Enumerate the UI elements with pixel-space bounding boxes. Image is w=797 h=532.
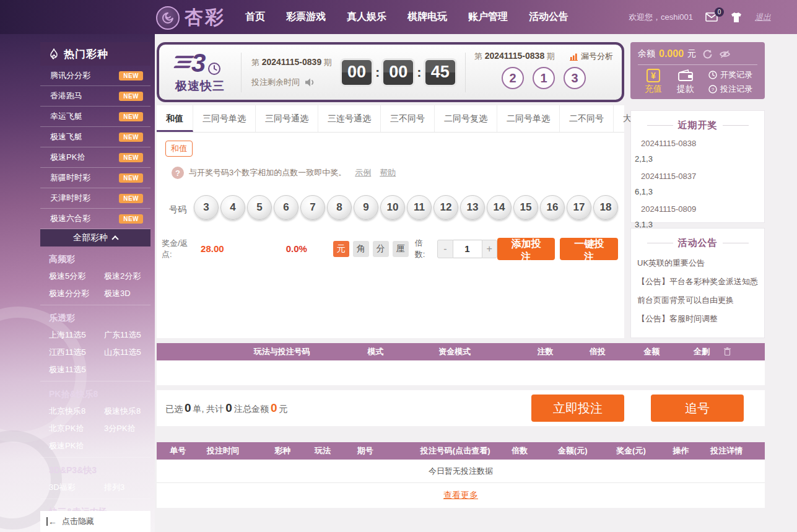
quick-bet-button[interactable]: 一键投注 [560,238,618,260]
lottery-link[interactable]: 极速3D [95,285,150,302]
lottery-link[interactable]: 3D福彩 [40,479,95,496]
announcement-item[interactable]: 前台页面背景可以自由更换 [631,291,764,310]
shirt-icon[interactable] [730,12,743,23]
lottery-link[interactable]: 极速5分彩 [40,268,95,285]
tab-erbutonghao[interactable]: 二不同号 [560,105,614,132]
lottery-link[interactable]: 北京快乐8 [40,403,95,420]
bet-now-button[interactable]: 立即投注 [531,395,624,422]
speaker-icon[interactable] [305,77,316,87]
sidebar-item-jslhc[interactable]: 极速六合彩NEW [40,209,150,229]
unit-li[interactable]: 厘 [393,241,409,257]
tab-ertonghao-danxuan[interactable]: 二同号单选 [497,105,560,132]
refresh-icon[interactable] [702,49,713,59]
tab-sanlianhao-tongxuan[interactable]: 三连号通选 [318,105,381,132]
announcement-item[interactable]: 【公告】客服时间调整 [631,310,764,328]
group-lotto: 乐透彩 上海11选5 广东11选5 江西11选5 山东11选5 极速11选5 [40,305,150,382]
lottery-link[interactable]: 广东11选5 [95,326,150,344]
lottery-link[interactable]: 排列3 [95,479,150,496]
eye-off-icon[interactable] [719,50,731,59]
all-lotteries-toggle[interactable]: 全部彩种 [40,229,150,246]
number-ball-16[interactable]: 16 [540,195,565,220]
help-link[interactable]: 帮助 [380,167,396,178]
lottery-link[interactable]: 山东11选5 [95,344,150,361]
number-ball-14[interactable]: 14 [487,195,512,220]
number-ball-18[interactable]: 18 [593,195,618,220]
announcement-item[interactable]: UK英联的重要公告 [631,254,764,273]
number-ball-10[interactable]: 10 [380,195,405,220]
unit-fen[interactable]: 分 [373,241,389,257]
game-logo: 3 极速快三 [159,51,241,94]
number-ball-6[interactable]: 6 [274,195,298,220]
sidebar-item-xjssc[interactable]: 新疆时时彩NEW [40,168,150,188]
lottery-link[interactable]: 极速分分彩 [40,285,95,302]
number-ball-4[interactable]: 4 [220,195,245,220]
sidebar-item-jsft[interactable]: 极速飞艇NEW [40,127,150,147]
unit-yuan[interactable]: 元 [333,241,349,257]
nav-lottery[interactable]: 彩票游戏 [286,11,326,24]
lottery-link[interactable]: 极速11选5 [40,361,95,378]
lottery-link[interactable]: 江西11选5 [40,344,95,361]
number-ball-7[interactable]: 7 [300,195,325,220]
wallet-card: 余额 0.000 元 ¥ 充值 提款 开奖记录 [630,42,765,99]
sidebar-item-jspk10[interactable]: 极速PK拾NEW [40,147,150,168]
lottery-link[interactable]: 北京PK拾 [40,420,95,437]
view-more-link[interactable]: 查看更多 [443,490,478,501]
lottery-link[interactable]: 3分PK拾 [95,420,150,437]
bet-record-link[interactable]: ? 投注记录 [708,84,752,95]
countdown-hours: 00 [342,60,372,85]
tab-santonghao-danxuan[interactable]: 三同号单选 [193,105,256,132]
lottery-link[interactable]: 上海11选5 [40,326,95,344]
number-ball-3[interactable]: 3 [194,195,219,220]
draw-issue: 20241115-0838 [631,135,764,152]
tab-sanbutonghao[interactable]: 三不同号 [381,105,435,132]
lottery-link[interactable]: 极速快乐8 [95,403,150,420]
sidebar-item-xyft[interactable]: 幸运飞艇NEW [40,107,150,127]
draw-number: 3 [564,67,586,89]
number-ball-5[interactable]: 5 [247,195,272,220]
nav-board-games[interactable]: 棋牌电玩 [407,11,447,24]
history-footer: 查看更多 [157,483,765,508]
hide-sidebar-button[interactable]: ← 点击隐藏 [40,511,150,532]
trash-icon[interactable] [724,347,731,355]
balance-value: 0.000 [659,48,684,59]
tab-ertonghao-fuxuan[interactable]: 二同号复选 [435,105,497,132]
number-ball-13[interactable]: 13 [460,195,485,220]
lottery-link[interactable]: 极速2分彩 [95,268,150,285]
delete-all-button[interactable]: 全删 [694,343,710,360]
nav-announcements[interactable]: 活动公告 [529,11,568,24]
colon: : [417,64,421,81]
tab-santonghao-tongxuan[interactable]: 三同号通选 [256,105,318,132]
number-ball-15[interactable]: 15 [513,195,538,220]
multiplier-input[interactable] [453,240,482,258]
number-ball-11[interactable]: 11 [407,195,432,220]
unit-jiao[interactable]: 角 [353,241,369,257]
draw-record-link[interactable]: 开奖记录 [708,69,752,81]
number-ball-9[interactable]: 9 [354,195,378,220]
sidebar-item-hkpm[interactable]: 香港跑马NEW [40,86,150,107]
chase-number-button[interactable]: 追号 [651,395,744,422]
nav-account[interactable]: 账户管理 [468,11,508,24]
sidebar-item-txffc[interactable]: 腾讯分分彩NEW [40,66,150,86]
site-logo[interactable]: 杏彩 [156,5,225,30]
lottery-label: 新疆时时彩 [50,172,90,183]
example-link[interactable]: 示例 [355,167,371,178]
multiplier-plus-button[interactable]: + [482,240,497,258]
sidebar-item-tjssc[interactable]: 天津时时彩NEW [40,188,150,209]
add-bet-button[interactable]: 添加投注 [497,238,555,260]
bet-slip-header: 玩法与投注号码 模式 资金模式 注数 倍投 金额 全删 [157,343,765,360]
withdraw-button[interactable]: 提款 [671,69,700,95]
number-ball-17[interactable]: 17 [567,195,591,220]
countdown-section: 第 20241115-0839 期 投注剩余时间 00 : 00 : 45 [242,57,465,88]
nav-home[interactable]: 首页 [245,11,265,24]
mail-icon[interactable]: 0 [705,12,718,22]
lottery-link[interactable]: 极速PK拾 [40,437,95,455]
nav-live[interactable]: 真人娱乐 [347,11,386,24]
tab-hezhi[interactable]: 和值 [157,105,193,132]
number-ball-8[interactable]: 8 [327,195,352,220]
number-ball-12[interactable]: 12 [433,195,458,220]
announcement-item[interactable]: 【公告】平台各彩种奖金派送知悉 [631,273,764,291]
logout-link[interactable]: 退出 [755,12,771,23]
missing-analysis-link[interactable]: 漏号分析 [570,51,613,62]
recharge-button[interactable]: ¥ 充值 [639,69,668,95]
multiplier-minus-button[interactable]: - [437,240,453,258]
